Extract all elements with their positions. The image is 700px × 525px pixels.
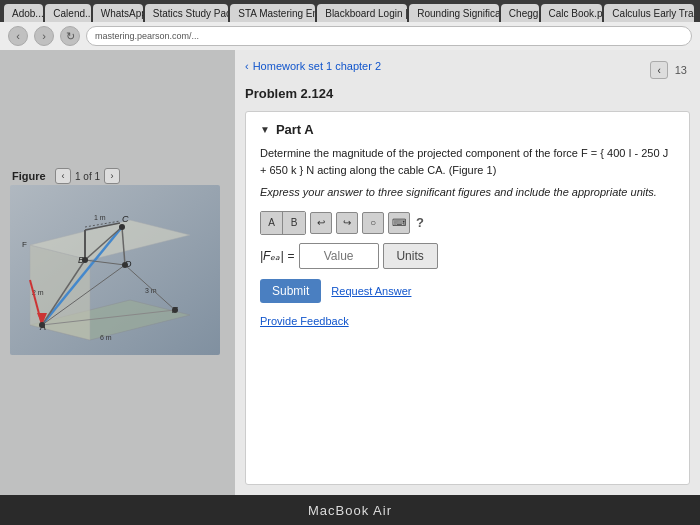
page-number: ‹ 13 bbox=[650, 61, 690, 79]
submit-row: Submit Request Answer bbox=[260, 279, 675, 303]
answer-equals: = bbox=[288, 249, 295, 263]
browser-chrome: ‹ › ↻ mastering.pearson.com/... bbox=[0, 22, 700, 50]
tab-adobe[interactable]: Adob... bbox=[4, 4, 43, 22]
problem-title: Problem 2.124 bbox=[245, 86, 690, 101]
browser-tabs: Adob... Calend... WhatsApp Statics Study… bbox=[0, 0, 700, 22]
tab-chegg[interactable]: Chegg bbox=[501, 4, 539, 22]
svg-text:F: F bbox=[22, 240, 27, 249]
svg-point-27 bbox=[82, 257, 88, 263]
figure-label: Figure bbox=[12, 170, 46, 182]
part-container: ▼ Part A Determine the magnitude of the … bbox=[245, 111, 690, 485]
tab-whatsapp[interactable]: WhatsApp bbox=[93, 4, 143, 22]
figure-area: A B C D F F 1 m 2 m 3 m 6 m bbox=[10, 185, 220, 355]
request-answer-link[interactable]: Request Answer bbox=[331, 285, 411, 297]
breadcrumb-link[interactable]: Homework set 1 chapter 2 bbox=[253, 60, 381, 72]
breadcrumb: ‹ Homework set 1 chapter 2 bbox=[245, 60, 381, 72]
left-panel: Figure ‹ 1 of 1 › bbox=[0, 50, 235, 495]
keyboard-button[interactable]: ⌨ bbox=[388, 212, 410, 234]
main-content: Figure ‹ 1 of 1 › bbox=[0, 50, 700, 495]
submit-button[interactable]: Submit bbox=[260, 279, 321, 303]
provide-feedback-link[interactable]: Provide Feedback bbox=[260, 315, 675, 327]
figure-next-button[interactable]: › bbox=[104, 168, 120, 184]
forward-button[interactable]: › bbox=[34, 26, 54, 46]
back-arrow-icon[interactable]: ‹ bbox=[245, 60, 249, 72]
reset-button[interactable]: ○ bbox=[362, 212, 384, 234]
figure-nav-text: 1 of 1 bbox=[75, 171, 100, 182]
bottom-bar-text: MacBook Air bbox=[308, 503, 392, 518]
svg-point-28 bbox=[119, 224, 125, 230]
nav-prev-icon[interactable]: ‹ bbox=[650, 61, 668, 79]
format-b-button[interactable]: B bbox=[283, 212, 305, 234]
tab-statics[interactable]: Statics Study Pack... bbox=[145, 4, 229, 22]
svg-point-30 bbox=[39, 322, 45, 328]
answer-row: |Fₑₐ| = Units bbox=[260, 243, 675, 269]
format-a-button[interactable]: A bbox=[261, 212, 283, 234]
tab-calcbook[interactable]: Calc Book.pdf bbox=[541, 4, 603, 22]
problem-instruction: Express your answer to three significant… bbox=[260, 184, 675, 201]
part-header: ▼ Part A bbox=[260, 122, 675, 137]
undo-button[interactable]: ↩ bbox=[310, 212, 332, 234]
figure-nav: ‹ 1 of 1 › bbox=[55, 168, 120, 184]
tab-rounding[interactable]: Rounding Significant... bbox=[409, 4, 499, 22]
tab-mastering[interactable]: STA Mastering Eng... bbox=[230, 4, 315, 22]
answer-label: |Fₑₐ| bbox=[260, 249, 284, 263]
bottom-bar: MacBook Air bbox=[0, 495, 700, 525]
value-input[interactable] bbox=[299, 243, 379, 269]
format-toolbar-group: A B bbox=[260, 211, 306, 235]
part-toggle[interactable]: ▼ bbox=[260, 124, 270, 135]
units-button[interactable]: Units bbox=[383, 243, 438, 269]
part-label: Part A bbox=[276, 122, 314, 137]
right-panel: ‹ Homework set 1 chapter 2 ‹ 13 Problem … bbox=[235, 50, 700, 495]
answer-toolbar: A B ↩ ↪ ○ ⌨ ? bbox=[260, 211, 675, 235]
tab-calendar[interactable]: Calend... bbox=[45, 4, 90, 22]
redo-button[interactable]: ↪ bbox=[336, 212, 358, 234]
svg-text:C: C bbox=[122, 214, 129, 224]
figure-prev-button[interactable]: ‹ bbox=[55, 168, 71, 184]
problem-description: Determine the magnitude of the projected… bbox=[260, 145, 675, 178]
figure-svg: A B C D F F 1 m 2 m 3 m 6 m bbox=[10, 185, 220, 355]
svg-point-31 bbox=[172, 307, 178, 313]
back-button[interactable]: ‹ bbox=[8, 26, 28, 46]
tab-calculus[interactable]: Calculus Early Trans... bbox=[604, 4, 694, 22]
svg-text:6 m: 6 m bbox=[100, 334, 112, 341]
svg-text:1 m: 1 m bbox=[94, 214, 106, 221]
address-bar[interactable]: mastering.pearson.com/... bbox=[86, 26, 692, 46]
page-num-text: 13 bbox=[675, 64, 687, 76]
help-icon[interactable]: ? bbox=[416, 215, 424, 230]
svg-point-29 bbox=[122, 262, 128, 268]
tab-blackboard[interactable]: Blackboard Login | Fl... bbox=[317, 4, 407, 22]
refresh-button[interactable]: ↻ bbox=[60, 26, 80, 46]
